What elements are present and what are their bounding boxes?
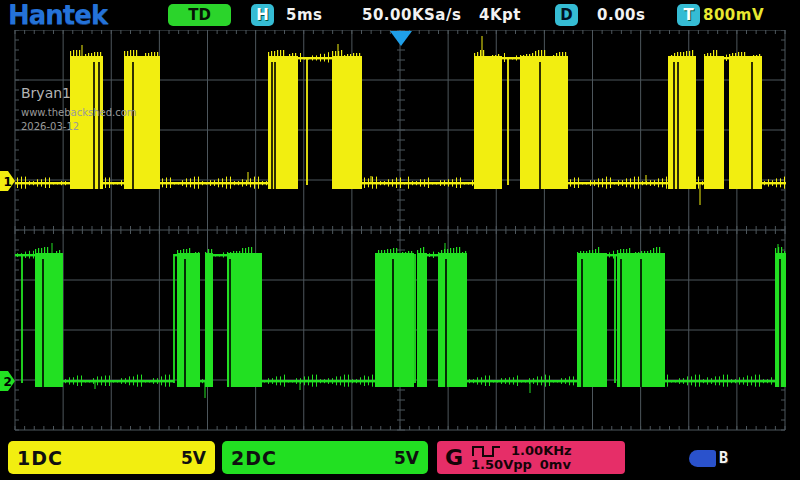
CH2-noise xyxy=(653,248,654,255)
bottom-edge-tick xyxy=(217,426,218,430)
CH1-noise xyxy=(148,53,149,58)
CH2-noise xyxy=(117,380,118,383)
top-edge-tick xyxy=(313,30,314,34)
CH2-noise xyxy=(180,250,181,255)
CH1-noise xyxy=(464,182,465,185)
CH1-noise xyxy=(512,57,513,60)
CH1-noise xyxy=(274,51,275,58)
center-axis-tick xyxy=(24,226,25,234)
center-axis-tick xyxy=(397,210,405,211)
CH1-noise xyxy=(598,178,599,187)
CH2-noise xyxy=(340,376,341,385)
overlay-website: www.thebackshed.com xyxy=(21,107,137,118)
horizontal-menu-badge[interactable]: H xyxy=(251,4,274,26)
top-edge-tick xyxy=(53,30,54,34)
top-edge-tick xyxy=(111,30,112,34)
CH2-block-notch xyxy=(445,259,447,387)
CH1-noise xyxy=(650,180,651,186)
CH1-spike xyxy=(700,183,701,205)
left-edge-tick xyxy=(15,430,19,431)
delay-value: 0.00s xyxy=(597,6,645,24)
CH1-noise xyxy=(214,180,215,186)
left-edge-tick xyxy=(15,340,19,341)
CH1-noise xyxy=(186,178,187,187)
CH2-marker-number: 2 xyxy=(4,375,12,389)
CH1-noise xyxy=(194,177,195,189)
left-edge-tick xyxy=(15,130,19,131)
CH1-noise xyxy=(716,50,717,58)
bottom-edge-tick xyxy=(631,426,632,430)
CH1-noise xyxy=(324,54,325,62)
CH2-noise xyxy=(617,250,618,255)
CH2-noise xyxy=(604,253,605,255)
center-axis-tick xyxy=(130,226,131,234)
channel1-status-box[interactable]: 1DC 5V xyxy=(8,441,215,474)
top-edge-tick xyxy=(486,30,487,34)
CH1-noise xyxy=(602,178,603,187)
left-edge-tick xyxy=(15,260,19,261)
CH2-noise xyxy=(450,248,451,255)
CH1-noise xyxy=(759,54,760,58)
CH2-noise xyxy=(17,253,18,257)
CH1-noise xyxy=(492,55,493,58)
CH1-noise xyxy=(316,55,317,60)
CH1-noise xyxy=(328,52,329,62)
right-edge-tick xyxy=(781,240,785,241)
CH1-noise xyxy=(154,52,155,58)
bottom-edge-tick xyxy=(765,426,766,430)
CH2-noise xyxy=(360,377,361,384)
CH2-noise xyxy=(186,249,187,255)
top-edge-tick xyxy=(756,30,757,34)
CH1-noise xyxy=(113,182,114,185)
top-edge-tick xyxy=(188,30,189,34)
top-edge-tick xyxy=(438,30,439,34)
CH2-noise xyxy=(89,380,90,383)
generator-status-box[interactable]: G 1.00KHz 1.50Vpp 0mv xyxy=(437,441,625,474)
bottom-edge-tick xyxy=(756,426,757,430)
bottom-edge-tick xyxy=(505,426,506,430)
channel2-status-box[interactable]: 2DC 5V xyxy=(222,441,428,474)
CH1-noise xyxy=(472,180,473,186)
CH1-noise xyxy=(606,177,607,189)
CH2-noise xyxy=(501,378,502,384)
CH2-transition-line xyxy=(614,254,616,383)
left-edge-tick xyxy=(15,270,19,271)
CH1-spike xyxy=(371,176,372,183)
left-edge-tick xyxy=(15,290,19,291)
CH1-noise xyxy=(523,55,524,58)
bottom-edge-tick xyxy=(448,426,449,430)
top-edge-tick xyxy=(255,30,256,34)
delay-menu-badge[interactable]: D xyxy=(555,4,578,26)
center-axis-tick xyxy=(698,226,699,234)
CH1-noise xyxy=(744,52,745,58)
CH2-noise xyxy=(589,250,590,255)
CH1-noise xyxy=(680,52,681,58)
top-edge-tick xyxy=(515,30,516,34)
acquisition-mode-badge[interactable]: TD xyxy=(168,4,231,26)
CH1-noise xyxy=(29,181,30,185)
CH2-noise xyxy=(125,378,126,384)
CH1-noise xyxy=(735,53,736,58)
CH2-noise xyxy=(129,376,130,385)
center-axis-tick xyxy=(650,226,651,234)
CH1-block-notch xyxy=(271,62,273,189)
CH2-noise xyxy=(731,379,732,383)
CH1-noise xyxy=(226,177,227,189)
CH2-noise xyxy=(69,377,70,384)
bottom-edge-tick xyxy=(178,426,179,430)
CH2-transition-line xyxy=(414,254,416,383)
CH2-noise xyxy=(254,253,255,255)
CH2-transition-line xyxy=(173,254,175,383)
CH2-noise xyxy=(545,375,546,387)
bottom-edge-tick xyxy=(226,426,227,430)
center-axis-tick xyxy=(390,226,391,234)
CH1-noise xyxy=(258,177,259,189)
channel1-scale: 5V xyxy=(181,448,206,468)
trigger-menu-badge[interactable]: T xyxy=(677,4,700,26)
overlay-username: Bryan1 xyxy=(21,85,71,101)
bottom-edge-tick xyxy=(101,426,102,430)
CH1-noise xyxy=(380,181,381,185)
trigger-position-marker[interactable] xyxy=(390,31,412,46)
CH1-noise xyxy=(556,53,557,58)
CH1-noise xyxy=(238,181,239,185)
